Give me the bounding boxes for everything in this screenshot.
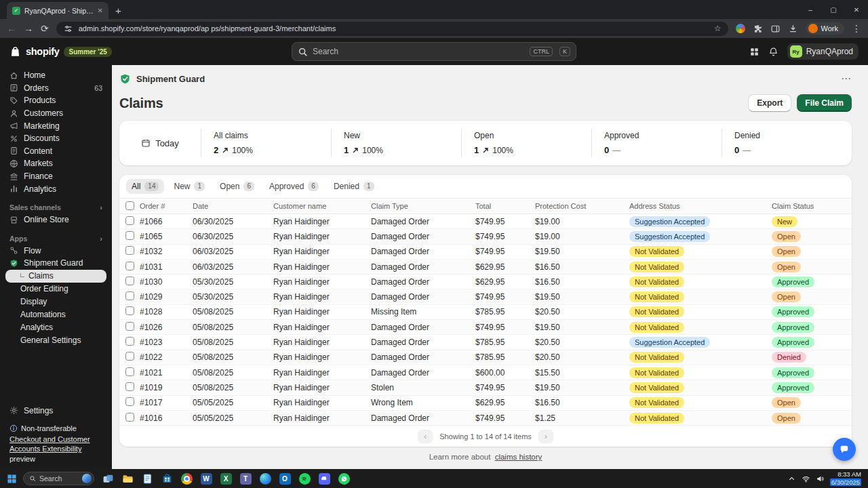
chat-launcher-button[interactable] [833, 438, 856, 461]
table-row[interactable]: #103206/03/2025Ryan HaidingerDamaged Ord… [119, 245, 852, 260]
table-row[interactable]: #102205/08/2025Ryan HaidingerDamaged Ord… [119, 350, 852, 365]
volume-icon[interactable] [816, 474, 825, 483]
taskbar-word-icon[interactable]: W [199, 471, 214, 486]
tab-approved[interactable]: Approved6 [264, 179, 324, 194]
notifications-bell-icon[interactable] [768, 47, 778, 57]
table-row[interactable]: #103106/03/2025Ryan HaidingerDamaged Ord… [119, 260, 852, 274]
stat-new[interactable]: New1100% [332, 131, 461, 155]
file-claim-button[interactable]: File Claim [797, 94, 852, 112]
tab-all[interactable]: All14 [126, 179, 164, 194]
row-checkbox[interactable] [125, 413, 134, 422]
edition-badge[interactable]: Summer '25 [64, 47, 111, 57]
sidebar-item-general-settings[interactable]: General Settings [5, 334, 106, 347]
global-search-input[interactable]: Search CTRL K [292, 42, 576, 61]
row-checkbox[interactable] [125, 367, 134, 376]
table-row[interactable]: #103005/30/2025Ryan HaidingerDamaged Ord… [119, 274, 852, 289]
sidebar-item-products[interactable]: Products [5, 94, 106, 107]
taskbar-search-input[interactable]: Search [23, 472, 94, 485]
table-row[interactable]: #106606/30/2025Ryan HaidingerDamaged Ord… [119, 214, 852, 229]
row-checkbox[interactable] [125, 246, 134, 255]
row-checkbox[interactable] [125, 216, 134, 225]
sidebar-item-order-editing[interactable]: Order Editing [5, 283, 106, 296]
taskbar-outlook-icon[interactable]: O [277, 471, 292, 486]
window-maximize-button[interactable]: ▢ [822, 0, 845, 19]
sidebar-item-automations[interactable]: Automations [5, 308, 106, 321]
date-filter-button[interactable]: Today [119, 138, 201, 148]
taskbar-clock[interactable]: 8:33 AM 6/30/2025 [830, 470, 861, 487]
row-checkbox[interactable] [125, 352, 134, 361]
taskbar-spotify-icon[interactable] [297, 471, 312, 486]
sidebar-item-analytics[interactable]: Analytics [5, 321, 106, 334]
table-row[interactable]: #101705/05/2025Ryan HaidingerWrong Item$… [119, 396, 852, 411]
taskbar-task-view-icon[interactable] [100, 471, 115, 486]
window-close-button[interactable]: ✕ [845, 0, 868, 19]
table-row[interactable]: #101605/05/2025Ryan HaidingerDamaged Ord… [119, 411, 852, 426]
sidebar-item-analytics[interactable]: Analytics [5, 182, 106, 195]
shopify-logo-icon[interactable] [9, 46, 21, 58]
tab-denied[interactable]: Denied1 [328, 179, 380, 194]
prev-page-button[interactable]: ‹ [418, 430, 433, 443]
table-row[interactable]: #101905/08/2025Ryan HaidingerStolen$749.… [119, 380, 852, 395]
more-actions-icon[interactable]: ⋯ [841, 73, 852, 85]
taskbar-microsoft-store-icon[interactable] [159, 471, 174, 486]
stat-open[interactable]: Open1100% [462, 131, 591, 155]
taskbar-notepad-icon[interactable] [140, 471, 155, 486]
window-minimize-button[interactable]: – [799, 0, 822, 19]
taskbar-file-explorer-icon[interactable] [120, 471, 135, 486]
sidebar-item-finance[interactable]: Finance [5, 170, 106, 183]
table-row[interactable]: #102605/08/2025Ryan HaidingerDamaged Ord… [119, 320, 852, 335]
row-checkbox[interactable] [125, 262, 134, 270]
new-tab-button[interactable]: + [115, 5, 121, 16]
sidebar-item-markets[interactable]: Markets [5, 157, 106, 170]
sidebar-item-content[interactable]: Content [5, 145, 106, 158]
sidebar-item-customers[interactable]: Customers [5, 107, 106, 120]
tray-chevron-up-icon[interactable] [787, 474, 796, 483]
sidebar-item-marketing[interactable]: Marketing [5, 119, 106, 132]
tab-open[interactable]: Open6 [214, 179, 260, 194]
sidebar-item-discounts[interactable]: Discounts [5, 132, 106, 145]
row-checkbox[interactable] [125, 382, 134, 391]
row-checkbox[interactable] [125, 277, 134, 285]
forward-button[interactable]: → [24, 24, 33, 33]
row-checkbox[interactable] [125, 291, 134, 300]
sidebar-item-flow[interactable]: Flow [5, 245, 106, 258]
browser-tab[interactable]: ✓ RyanQAprod · Shipment Guard ✕ [7, 2, 108, 19]
taskbar-edge-icon[interactable] [258, 471, 273, 486]
export-button[interactable]: Export [748, 94, 791, 112]
next-page-button[interactable]: › [538, 430, 553, 443]
row-checkbox[interactable] [125, 337, 134, 346]
browser-menu-icon[interactable]: ⋮ [852, 24, 861, 33]
side-panel-icon[interactable] [770, 24, 781, 34]
tab-new[interactable]: New1 [168, 179, 210, 194]
taskbar-discord-icon[interactable] [317, 471, 332, 486]
row-checkbox[interactable] [125, 306, 134, 315]
stat-all-claims[interactable]: All claims2100% [201, 131, 331, 155]
extensions-puzzle-icon[interactable] [753, 24, 763, 34]
stat-approved[interactable]: Approved0— [592, 131, 722, 155]
taskbar-excel-icon[interactable]: X [218, 471, 233, 486]
bookmark-star-icon[interactable]: ☆ [714, 24, 722, 33]
claims-history-link[interactable]: claims history [495, 453, 542, 461]
row-checkbox[interactable] [125, 322, 134, 331]
table-row[interactable]: #106506/30/2025Ryan HaidingerDamaged Ord… [119, 229, 852, 244]
row-checkbox[interactable] [125, 397, 134, 406]
store-profile-button[interactable]: Ry RyanQAprod [787, 43, 859, 60]
downloads-icon[interactable] [788, 24, 798, 34]
stat-denied[interactable]: Denied0— [722, 131, 852, 155]
sidebar-item-shipment-guard[interactable]: Shipment Guard [5, 257, 106, 270]
browser-profile-chip[interactable]: Work [806, 22, 844, 35]
start-button-icon[interactable] [7, 474, 17, 484]
row-checkbox[interactable] [125, 231, 134, 240]
table-row[interactable]: #102805/08/2025Ryan HaidingerMissing Ite… [119, 305, 852, 320]
tab-close-icon[interactable]: ✕ [98, 7, 103, 14]
extension-icon[interactable] [736, 24, 745, 33]
sidebar-item-online-store[interactable]: Online Store [5, 214, 106, 226]
taskbar-whatsapp-icon[interactable] [336, 471, 351, 486]
apps-section-header[interactable]: Apps › [0, 232, 112, 245]
taskbar-chrome-icon[interactable] [179, 471, 194, 486]
sidebar-item-display[interactable]: Display [5, 296, 106, 308]
table-row[interactable]: #102105/08/2025Ryan HaidingerDamaged Ord… [119, 365, 852, 380]
sales-channels-section-header[interactable]: Sales channels › [0, 201, 112, 214]
url-bar[interactable]: admin.shopify.com/store/ryanqaprod/ap ps… [56, 22, 728, 36]
wifi-icon[interactable] [802, 474, 810, 483]
